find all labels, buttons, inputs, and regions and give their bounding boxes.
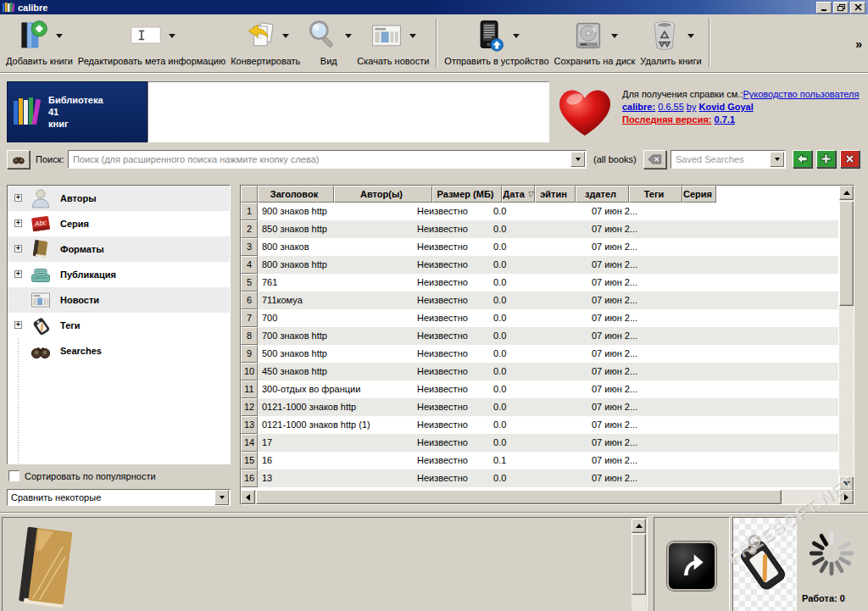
title-cell[interactable]: 711комуа: [258, 292, 414, 309]
toolbar-button[interactable]: Удалить книги: [637, 16, 704, 67]
book-row[interactable]: 6 711комуа Неизвестно 0.0 07 июн 2...: [241, 292, 838, 309]
book-row[interactable]: 8 700 знаков http Неизвестно 0.0 07 июн …: [241, 327, 838, 345]
row-number-cell[interactable]: 10: [241, 363, 258, 380]
row-number-cell[interactable]: 3: [241, 238, 258, 256]
book-row[interactable]: 7 700 Неизвестно 0.0 07 июн 2...: [241, 309, 838, 327]
book-row[interactable]: 15 16 Неизвестно 0.1 07 июн 2...: [241, 452, 838, 469]
date-cell[interactable]: 07 июн 2...: [588, 434, 658, 452]
expander-plus-icon[interactable]: +: [14, 194, 22, 202]
book-row[interactable]: 11 300-отдых во франции Неизвестно 0.0 0…: [241, 380, 838, 398]
publisher-cell[interactable]: [691, 452, 732, 469]
match-mode-combo[interactable]: Сравнить некоторые: [7, 489, 231, 506]
publisher-cell[interactable]: [691, 345, 732, 363]
title-cell[interactable]: 300-отдых во франции: [258, 380, 414, 398]
publisher-cell[interactable]: [691, 203, 732, 220]
column-header[interactable]: Автор(ы): [334, 186, 432, 203]
scrollbar-thumb[interactable]: [632, 534, 646, 595]
row-number-cell[interactable]: 8: [241, 327, 258, 345]
toolbar-button[interactable]: Скачать новости: [354, 16, 431, 67]
close-button[interactable]: [850, 2, 865, 14]
title-cell[interactable]: 0121-1000 знаков http: [258, 398, 414, 416]
delete-search-button[interactable]: [840, 150, 860, 168]
rating-cell[interactable]: [658, 256, 691, 274]
rating-cell[interactable]: [658, 434, 691, 452]
title-cell[interactable]: 16: [258, 452, 414, 469]
library-banner[interactable]: Библиотека 41 книг: [7, 81, 147, 142]
saved-searches-dropdown[interactable]: [770, 152, 784, 167]
date-cell[interactable]: 07 июн 2...: [588, 309, 658, 327]
app-name-link[interactable]: calibre:: [622, 102, 655, 112]
rating-cell[interactable]: [658, 274, 691, 292]
book-row[interactable]: 4 800 знаков http Неизвестно 0.0 07 июн …: [241, 256, 838, 274]
tags-cell[interactable]: [732, 220, 785, 238]
tags-cell[interactable]: [732, 345, 785, 363]
dropdown-caret-icon[interactable]: [611, 34, 618, 38]
series-cell[interactable]: [785, 434, 838, 452]
column-header[interactable]: Заголовок: [258, 186, 334, 203]
size-cell[interactable]: 0.1: [490, 452, 588, 469]
tags-cell[interactable]: [732, 398, 785, 416]
column-header[interactable]: Теги: [629, 186, 682, 203]
series-cell[interactable]: [785, 274, 838, 292]
size-cell[interactable]: 0.0: [490, 256, 588, 274]
publisher-cell[interactable]: [691, 380, 732, 398]
tags-cell[interactable]: [732, 416, 785, 434]
tags-cell[interactable]: [732, 309, 785, 327]
rating-cell[interactable]: [658, 292, 691, 309]
date-cell[interactable]: 07 июн 2...: [588, 363, 658, 380]
rating-cell[interactable]: [658, 327, 691, 345]
saved-searches-combo[interactable]: Saved Searches: [670, 150, 786, 169]
title-cell[interactable]: 500 знаков http: [258, 345, 414, 363]
column-header[interactable]: здател: [576, 186, 629, 203]
toolbar-overflow-button[interactable]: »: [851, 37, 866, 51]
publisher-cell[interactable]: [691, 416, 732, 434]
publisher-cell[interactable]: [691, 327, 732, 345]
row-number-cell[interactable]: 5: [241, 274, 258, 292]
tag-browser-item[interactable]: + Новости: [8, 287, 230, 313]
series-cell[interactable]: [785, 452, 838, 469]
series-cell[interactable]: [785, 380, 838, 398]
author-cell[interactable]: Неизвестно: [414, 452, 490, 469]
size-cell[interactable]: 0.0: [490, 380, 588, 398]
book-row[interactable]: 9 500 знаков http Неизвестно 0.0 07 июн …: [241, 345, 838, 363]
series-cell[interactable]: [785, 220, 838, 238]
tags-cell[interactable]: [732, 274, 785, 292]
date-cell[interactable]: 07 июн 2...: [588, 416, 658, 434]
author-cell[interactable]: Неизвестно: [414, 416, 490, 434]
publisher-cell[interactable]: [691, 398, 732, 416]
size-cell[interactable]: 0.0: [490, 416, 588, 434]
series-cell[interactable]: [785, 345, 838, 363]
date-cell[interactable]: 07 июн 2...: [588, 380, 658, 398]
toolbar-button[interactable]: Редактировать мета информацию: [75, 16, 228, 67]
scrollbar-thumb[interactable]: [839, 201, 854, 306]
dropdown-caret-icon[interactable]: [169, 34, 175, 38]
match-mode-dropdown[interactable]: [214, 490, 229, 505]
maximize-button[interactable]: [833, 2, 849, 14]
author-cell[interactable]: Неизвестно: [414, 398, 490, 416]
scroll-right-button[interactable]: [839, 490, 854, 504]
title-cell[interactable]: 900 знаков http: [258, 203, 414, 220]
toolbar-button[interactable]: Отправить в устройство: [442, 16, 551, 67]
date-cell[interactable]: 07 июн 2...: [588, 327, 658, 345]
clear-search-button[interactable]: [643, 150, 666, 169]
publisher-cell[interactable]: [691, 220, 732, 238]
size-cell[interactable]: 0.0: [490, 398, 588, 416]
expander-plus-icon[interactable]: +: [14, 219, 22, 227]
sort-popularity-checkbox[interactable]: [8, 470, 19, 481]
series-cell[interactable]: [785, 363, 838, 380]
title-cell[interactable]: 761: [258, 274, 414, 292]
row-number-cell[interactable]: 16: [241, 469, 258, 487]
toolbar-button[interactable]: Вид: [303, 16, 354, 67]
search-input[interactable]: Поиск (для расширенного поиска нажмите к…: [68, 150, 587, 169]
rating-cell[interactable]: [658, 309, 691, 327]
publisher-cell[interactable]: [691, 256, 732, 274]
book-row[interactable]: 12 0121-1000 знаков http Неизвестно 0.0 …: [241, 398, 838, 416]
column-header[interactable]: Серия: [682, 186, 716, 203]
size-cell[interactable]: 0.0: [490, 469, 588, 487]
date-cell[interactable]: 07 июн 2...: [588, 238, 658, 256]
publisher-cell[interactable]: [691, 238, 732, 256]
row-number-cell[interactable]: 2: [241, 220, 258, 238]
author-cell[interactable]: Неизвестно: [414, 256, 490, 274]
author-cell[interactable]: Неизвестно: [414, 203, 490, 220]
series-cell[interactable]: [785, 309, 838, 327]
